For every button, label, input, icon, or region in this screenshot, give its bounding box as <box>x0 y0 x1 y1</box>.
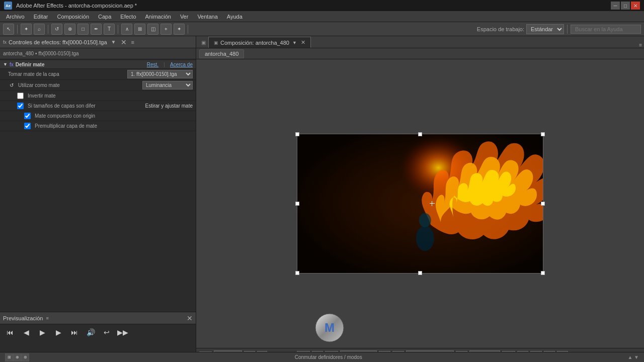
rotate-tool[interactable]: ↺ <box>51 24 62 35</box>
viewport <box>196 59 644 348</box>
help-search-input[interactable] <box>571 25 641 34</box>
prev-frame-btn[interactable]: ◀ <box>21 327 31 337</box>
status-btn-2[interactable]: ⊕ <box>13 353 21 361</box>
menu-editar[interactable]: Editar <box>30 13 52 21</box>
handle-br[interactable] <box>541 271 545 275</box>
preview-controls: ⏮ ◀ ▶ ▶ ⏭ 🔊 ↩ ▶▶ <box>0 324 196 340</box>
main-toolbar: ↖ ✦ ⌕ ↺ ⊕ □ ✒ T ∧ ⊞ ◫ ⌖ ✦ Espacio de tra… <box>0 22 644 36</box>
minimize-button[interactable]: ─ <box>611 2 620 10</box>
handle-bm[interactable] <box>418 271 422 275</box>
invertir-checkbox[interactable] <box>17 93 24 99</box>
effects-panel-close[interactable]: ✕ <box>121 38 127 46</box>
menu-capa[interactable]: Capa <box>94 13 115 21</box>
effects-panel-title: Controles de efectos: ffx[0000-0150].tga <box>9 39 107 45</box>
preview-panel-close[interactable]: ✕ <box>187 314 193 322</box>
sitamanos-checkbox[interactable] <box>17 103 24 109</box>
effects-panel-menu[interactable]: ≡ <box>131 39 134 45</box>
premultiplicar-label: Premultiplicar capa de mate <box>35 123 193 129</box>
utilizar-select[interactable]: Luminancia <box>142 81 193 89</box>
play-btn[interactable]: ▶ <box>37 327 47 337</box>
eraser-tool[interactable]: ◫ <box>147 24 158 35</box>
sitamanos-value: Estirar y ajustar mate <box>145 103 193 109</box>
effect-row-premultiplicar: Premultiplicar capa de mate <box>0 121 196 131</box>
tomar-select[interactable]: 1. ffx[0000-0150].tga <box>127 70 193 78</box>
select-tool[interactable]: ↖ <box>3 24 14 35</box>
effects-controls: ▼ fx Definir mate Rest. | Acerca de Toma… <box>0 59 196 312</box>
flame-svg <box>297 134 543 273</box>
comp-tab-title: Composición: antorcha_480 <box>220 40 289 46</box>
left-panel: fx Controles de efectos: ffx[0000-0150].… <box>0 36 196 362</box>
status-btn-1[interactable]: ⊞ <box>5 353 13 361</box>
zoom-tool[interactable]: ⌕ <box>34 24 45 35</box>
close-button[interactable]: ✕ <box>631 2 640 10</box>
workspace-select[interactable]: Estándar <box>526 24 564 34</box>
toolbar-sep-3 <box>118 25 118 34</box>
flame-background <box>297 134 543 273</box>
go-first-btn[interactable]: ⏮ <box>5 327 15 337</box>
status-text: Conmutar definidores / modos <box>29 354 627 360</box>
ram-preview-btn[interactable]: ▶▶ <box>118 327 128 337</box>
premultiplicar-checkbox[interactable] <box>24 123 31 129</box>
audio-btn[interactable]: 🔊 <box>86 327 96 337</box>
menu-ayuda[interactable]: Ayuda <box>223 13 247 21</box>
effect-row-utilizar: ↺ Utilizar como mate Luminancia <box>0 80 196 91</box>
comp-sub-tab[interactable]: antorcha_480 <box>199 49 244 58</box>
maximize-button[interactable]: □ <box>621 2 630 10</box>
preview-panel-header: Previsualización ≡ ✕ <box>0 312 196 324</box>
comp-tab-active[interactable]: ▣ Composición: antorcha_480 ▼ ✕ <box>208 37 311 48</box>
roto-tool[interactable]: ⌖ <box>160 24 172 35</box>
menu-ventana[interactable]: Ventana <box>193 13 221 21</box>
workspace-label: Espacio de trabajo: <box>477 26 524 32</box>
title-bar: Ae Adobe After Effects - antorcha-compos… <box>0 0 644 11</box>
effect-row-matecompuesto: Mate compuesto con origin <box>0 111 196 121</box>
handle-tm[interactable] <box>418 132 422 136</box>
shape-tool[interactable]: □ <box>77 24 89 35</box>
main-layout: fx Controles de efectos: ffx[0000-0150].… <box>0 36 644 362</box>
center-dot <box>430 201 435 206</box>
handle-tr[interactable] <box>541 132 545 136</box>
menu-bar: Archivo Editar Composición Capa Efecto A… <box>0 11 644 22</box>
preview-panel-menu[interactable]: ≡ <box>46 316 48 321</box>
menu-composicion[interactable]: Composición <box>53 13 93 21</box>
window-controls[interactable]: ─ □ ✕ <box>611 2 640 10</box>
go-last-btn[interactable]: ⏭ <box>69 327 79 337</box>
comp-tab-dropdown[interactable]: ▼ <box>292 40 297 45</box>
effect-expand-icon[interactable]: ▼ <box>3 62 8 67</box>
brush-tool[interactable]: ∧ <box>121 24 132 35</box>
matecompuesto-checkbox[interactable] <box>24 113 31 119</box>
utilizar-reset-icon[interactable]: ↺ <box>8 82 15 89</box>
toolbar-sep-2 <box>48 25 48 34</box>
status-btn-3[interactable]: ⊛ <box>21 353 29 361</box>
handle-ml[interactable] <box>295 202 299 206</box>
next-frame-btn[interactable]: ▶ <box>53 327 63 337</box>
puppet-tool[interactable]: ✦ <box>174 24 185 35</box>
menu-archivo[interactable]: Archivo <box>2 13 29 21</box>
handle-tl[interactable] <box>295 132 299 136</box>
hand-tool[interactable]: ✦ <box>21 24 32 35</box>
effects-dropdown-icon[interactable]: ▼ <box>111 39 116 45</box>
menu-efecto[interactable]: Efecto <box>116 13 140 21</box>
comp-panel-icon[interactable]: ▣ <box>198 37 208 48</box>
about-link[interactable]: Acerca de <box>170 62 193 67</box>
toolbar-sep-5 <box>567 25 568 34</box>
menu-ver[interactable]: Ver <box>176 13 193 21</box>
panel-icon: fx <box>3 40 7 45</box>
reset-link[interactable]: Rest. <box>147 62 158 67</box>
menu-animacion[interactable]: Animación <box>141 13 175 21</box>
svg-point-5 <box>419 213 431 227</box>
status-bar: ⊞ ⊕ ⊛ Conmutar definidores / modos ▲ ▼ <box>0 352 644 362</box>
text-tool[interactable]: T <box>104 24 115 35</box>
handle-bl[interactable] <box>295 271 299 275</box>
clone-tool[interactable]: ⊞ <box>134 24 145 35</box>
pen-tool[interactable]: ✒ <box>91 24 102 35</box>
reset-about-sep: | <box>164 61 165 67</box>
comp-panel-menu[interactable]: ≡ <box>639 42 642 48</box>
anchor-tool[interactable]: ⊕ <box>64 24 75 35</box>
canvas-area[interactable] <box>297 134 543 274</box>
effect-row-invertir: Invertir mate <box>0 91 196 101</box>
utilizar-label: Utilizar como mate <box>18 82 140 88</box>
loop-btn[interactable]: ↩ <box>102 327 112 337</box>
handle-mr[interactable] <box>541 202 545 206</box>
comp-tab-close[interactable]: ✕ <box>301 39 305 46</box>
effect-row-tomar: Tomar mate de la capa 1. ffx[0000-0150].… <box>0 69 196 80</box>
